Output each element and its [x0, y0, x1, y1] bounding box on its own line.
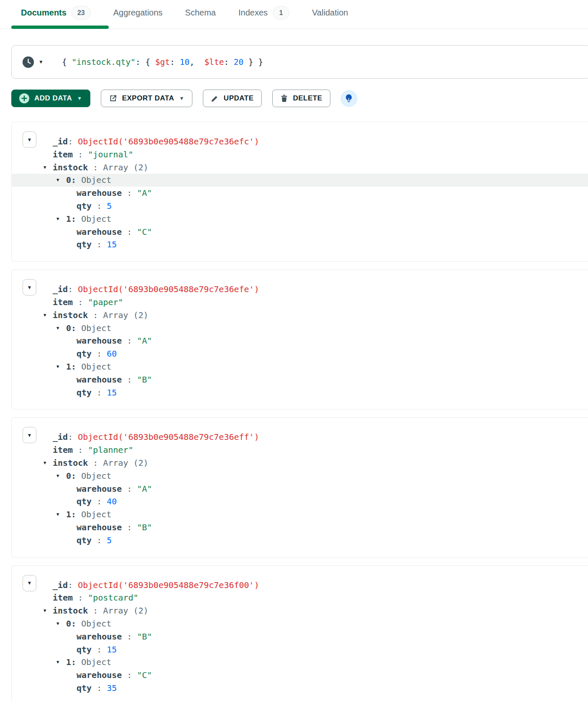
- document-field-row[interactable]: qty : 15: [12, 386, 588, 399]
- document-field-row[interactable]: warehouse : "B": [12, 630, 588, 643]
- plus-icon: [19, 93, 29, 103]
- document-field-row[interactable]: ▾instock : Array (2): [12, 457, 588, 470]
- tab-documents[interactable]: Documents 23: [21, 6, 91, 20]
- document-field-row[interactable]: warehouse : "C": [12, 669, 588, 682]
- document-field-row[interactable]: ▾1: Object: [12, 656, 588, 669]
- tab-count-badge: 1: [273, 6, 289, 20]
- document-field-row[interactable]: _id: ObjectId('6893b0e905488e79c7e36efe'…: [12, 283, 588, 296]
- field-separator: [76, 175, 81, 185]
- collapse-caret-icon[interactable]: ▾: [43, 161, 46, 174]
- document-field-row[interactable]: _id: ObjectId('6893b0e905488e79c7e36eff'…: [12, 431, 588, 444]
- field-key: warehouse: [77, 670, 122, 680]
- document-field-row[interactable]: item : "postcard": [12, 591, 588, 604]
- collapse-caret-icon[interactable]: ▾: [56, 508, 59, 521]
- delete-button[interactable]: DELETE: [272, 90, 330, 107]
- query-bar[interactable]: ▼ { "instock.qty": { $gt: 10, $lte: 20 }…: [11, 45, 588, 79]
- collapse-caret-icon[interactable]: ▾: [56, 213, 59, 226]
- field-key: qty: [77, 239, 92, 249]
- active-tab-underline: [11, 26, 109, 29]
- field-key: 0:: [66, 619, 76, 629]
- query-history-button[interactable]: ▼: [23, 56, 43, 68]
- field-key: qty: [77, 683, 92, 693]
- query-token: $lte: [204, 57, 224, 67]
- document-card: ▼ _id: ObjectId('6893b0e905488e79c7e36ef…: [11, 270, 588, 409]
- document-field-row[interactable]: ▾instock : Array (2): [12, 604, 588, 617]
- field-key: qty: [77, 388, 92, 398]
- add-data-button[interactable]: ADD DATA ▼: [11, 90, 90, 107]
- tab-label: Indexes: [238, 8, 268, 18]
- document-field-row[interactable]: qty : 5: [12, 534, 588, 547]
- document-field-row[interactable]: ▾0: Object: [12, 470, 588, 483]
- collapse-caret-icon[interactable]: ▾: [56, 656, 59, 669]
- document-field-row[interactable]: ▾1: Object: [12, 508, 588, 521]
- field-key: qty: [77, 496, 92, 506]
- document-field-row[interactable]: qty : 5: [12, 200, 588, 213]
- document-field-row[interactable]: _id: ObjectId('6893b0e905488e79c7e36efc'…: [12, 135, 588, 148]
- toolbar: ADD DATA ▼ EXPORT DATA ▼ UPDATE: [11, 90, 588, 107]
- document-field-row[interactable]: ▾0: Object: [12, 322, 588, 335]
- document-field-row[interactable]: item : "paper": [12, 296, 588, 309]
- document-field-row[interactable]: ▾instock : Array (2): [12, 309, 588, 322]
- document-field-row[interactable]: _id: ObjectId('6893b0e905488e79c7e36f00'…: [12, 579, 588, 592]
- document-field-row[interactable]: qty : 40: [12, 495, 588, 508]
- field-separator: :: [92, 683, 107, 693]
- collapse-caret-icon[interactable]: ▾: [56, 322, 59, 335]
- trash-icon: [280, 94, 288, 103]
- field-key: _id: [53, 580, 68, 590]
- collapse-caret-icon[interactable]: ▾: [43, 604, 46, 617]
- field-value: Array (2): [103, 162, 148, 172]
- document-field-row[interactable]: warehouse : "B": [12, 521, 588, 534]
- collapse-caret-icon[interactable]: ▾: [56, 617, 59, 630]
- update-button[interactable]: UPDATE: [203, 90, 262, 107]
- field-key: _id: [53, 136, 68, 146]
- document-field-row[interactable]: warehouse : "A": [12, 483, 588, 496]
- collapse-caret-icon[interactable]: ▾: [56, 360, 59, 373]
- field-separator: :: [88, 162, 103, 172]
- document-field-row[interactable]: ▾0: Object: [12, 617, 588, 630]
- query-token: :: [135, 57, 145, 67]
- insights-button[interactable]: [341, 90, 357, 107]
- query-token: 20: [234, 57, 243, 67]
- field-separator: [76, 509, 81, 519]
- field-value: "planner": [88, 445, 133, 455]
- field-separator: :: [88, 606, 103, 616]
- tab-indexes[interactable]: Indexes 1: [238, 6, 289, 20]
- field-key: warehouse: [77, 336, 122, 346]
- collapse-caret-icon[interactable]: ▾: [56, 174, 59, 187]
- field-value: Object: [81, 362, 111, 372]
- document-field-row[interactable]: qty : 15: [12, 238, 588, 251]
- document-field-row[interactable]: ▾1: Object: [12, 213, 588, 226]
- field-separator: :: [92, 349, 107, 359]
- tab-schema[interactable]: Schema: [185, 8, 216, 18]
- document-field-row[interactable]: item : "planner": [12, 444, 588, 457]
- field-value: Array (2): [103, 310, 148, 320]
- export-data-button[interactable]: EXPORT DATA ▼: [101, 90, 192, 107]
- documents-list: ▼ _id: ObjectId('6893b0e905488e79c7e36ef…: [11, 122, 588, 701]
- field-key: 1:: [66, 657, 76, 667]
- document-field-row[interactable]: warehouse : "A": [12, 187, 588, 200]
- collapse-caret-icon[interactable]: ▾: [43, 457, 46, 470]
- document-field-row[interactable]: qty : 35: [12, 682, 588, 695]
- document-field-row[interactable]: ▾1: Object: [12, 360, 588, 373]
- document-field-row[interactable]: item : "journal": [12, 148, 588, 161]
- field-value: Object: [81, 619, 111, 629]
- field-value: "postcard": [88, 593, 138, 603]
- tab-label: Schema: [185, 8, 216, 18]
- document-field-row[interactable]: warehouse : "A": [12, 334, 588, 347]
- document-field-row[interactable]: warehouse : "B": [12, 373, 588, 386]
- document-field-row[interactable]: qty : 60: [12, 347, 588, 360]
- field-key: warehouse: [77, 227, 122, 237]
- chevron-down-icon: ▼: [77, 96, 82, 101]
- document-field-row[interactable]: ▾0: Object: [12, 174, 588, 187]
- field-separator: [76, 214, 81, 224]
- collapse-caret-icon[interactable]: ▾: [56, 470, 59, 483]
- filter-input[interactable]: { "instock.qty": { $gt: 10, $lte: 20 } }: [62, 57, 263, 67]
- collapse-caret-icon[interactable]: ▾: [43, 309, 46, 322]
- document-field-row[interactable]: qty : 15: [12, 643, 588, 656]
- field-separator: :: [73, 149, 88, 159]
- tab-validation[interactable]: Validation: [312, 8, 348, 18]
- document-field-row[interactable]: warehouse : "C": [12, 226, 588, 239]
- field-key: warehouse: [77, 188, 122, 198]
- tab-aggregations[interactable]: Aggregations: [113, 8, 163, 18]
- document-field-row[interactable]: ▾instock : Array (2): [12, 161, 588, 174]
